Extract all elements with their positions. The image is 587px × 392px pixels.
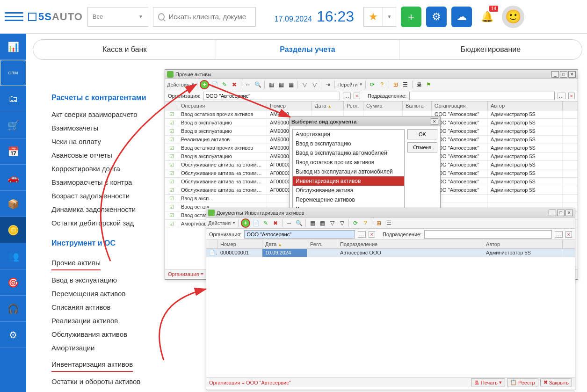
org-clear-button[interactable]: × — [354, 93, 360, 99]
close-button[interactable]: ✕ — [565, 210, 573, 216]
sidebar-target-icon[interactable]: 🎯 — [0, 269, 26, 296]
doc-type-item[interactable]: Ввод в эксплуатацию автомобилей — [293, 148, 404, 158]
dialog-close-button[interactable]: ✕ — [431, 118, 438, 125]
tab-cash[interactable]: Касса и банк — [33, 40, 216, 59]
favorites-caret[interactable]: ▼ — [383, 7, 396, 27]
funnel-icon[interactable]: ▽ — [328, 219, 336, 227]
close-button[interactable]: ✖ Закрыть — [540, 378, 572, 386]
org-input[interactable] — [203, 92, 340, 100]
user-avatar[interactable]: 🙂 — [502, 6, 524, 28]
delete-icon[interactable]: ✖ — [271, 219, 280, 227]
sidebar-inventory-icon[interactable]: 📦 — [0, 191, 26, 217]
dialog-titlebar[interactable]: Выберите вид документа ✕ — [290, 117, 440, 126]
sidebar-settings-icon[interactable]: ⚙ — [0, 322, 26, 348]
nav-item[interactable]: Остатки и обороты активов — [51, 375, 140, 388]
export-icon[interactable]: ⇥ — [324, 80, 332, 89]
filter-select[interactable]: Все▼ — [87, 7, 148, 27]
search-box[interactable] — [153, 7, 256, 27]
struct-icon[interactable]: ⊞ — [375, 219, 383, 227]
print-button[interactable]: 🖶 Печать ▾ — [471, 378, 505, 386]
goto-menu[interactable]: Перейти — [337, 82, 358, 87]
filter1-icon[interactable]: ▦ — [267, 80, 275, 89]
doc-type-item[interactable]: Вывод из эксплуатации автомобилей — [293, 167, 404, 176]
nav-item[interactable]: Инвентаризация активов — [51, 357, 133, 372]
dept-clear-button[interactable]: × — [568, 93, 575, 99]
org-picker-button[interactable]: … — [358, 231, 366, 238]
nav-item[interactable]: Перемещения активов — [51, 287, 125, 300]
funnel-off-icon[interactable]: ▽ — [338, 219, 346, 227]
actions-menu[interactable]: Действия — [208, 220, 231, 226]
nav-item[interactable]: Реализации активов — [51, 314, 118, 327]
flag-icon[interactable]: ⚑ — [425, 80, 433, 89]
nav-item[interactable]: Остатки дебиторской зад — [51, 216, 173, 230]
struct-icon[interactable]: ⊞ — [391, 80, 400, 89]
ok-button[interactable]: OK — [407, 129, 437, 139]
filter3-icon[interactable]: ▦ — [287, 80, 295, 89]
dept-input[interactable] — [409, 92, 554, 100]
nav-item[interactable]: Авансовые отчеты — [51, 148, 173, 162]
dept-clear-button[interactable]: × — [565, 231, 572, 238]
tab-budget[interactable]: Бюджетирование — [399, 40, 582, 59]
nav-item[interactable]: Амортизации — [51, 341, 95, 355]
doc-type-item[interactable]: Ввод остатков прочих активов — [293, 158, 404, 167]
print-icon[interactable]: 🖶 — [415, 80, 423, 89]
find-icon[interactable]: 🔍 — [295, 219, 303, 227]
window-titlebar[interactable]: Документы Инвентаризация активов _ □ ✕ — [206, 208, 575, 218]
search-input[interactable] — [168, 13, 250, 21]
minimize-button[interactable]: _ — [551, 71, 559, 78]
nav-item[interactable]: Корректировки долга — [51, 162, 173, 175]
tab-accounting[interactable]: Разделы учета — [216, 40, 399, 59]
toggle-icon[interactable]: ↔ — [285, 219, 293, 227]
list-icon[interactable]: ☰ — [401, 80, 410, 89]
sidebar-car-icon[interactable]: 🚗 — [0, 165, 26, 191]
help-icon[interactable]: ? — [378, 80, 386, 89]
add-doc-button[interactable]: + — [200, 80, 209, 89]
notifications-button[interactable]: 🔔14 — [477, 7, 497, 27]
dept-picker-button[interactable]: … — [555, 231, 563, 238]
nav-item[interactable]: Возраст задолженности — [51, 189, 173, 203]
funnel-off-icon[interactable]: ▽ — [310, 80, 319, 89]
org-clear-button[interactable]: × — [369, 231, 375, 238]
nav-item[interactable]: Акт сверки взаиморасчето — [51, 108, 173, 121]
nav-item[interactable]: Прочие активы — [51, 256, 101, 270]
close-button[interactable]: ✕ — [568, 71, 576, 78]
doc-type-item[interactable]: Обслуживание актива — [293, 186, 404, 195]
favorites-button[interactable]: ★ — [363, 7, 383, 27]
settings-button[interactable]: ⚙ — [426, 7, 447, 27]
help-icon[interactable]: ? — [361, 219, 370, 227]
funnel-icon[interactable]: ▽ — [300, 80, 309, 89]
maximize-button[interactable]: □ — [557, 210, 565, 216]
doc-type-item[interactable]: Амортизация — [293, 130, 404, 139]
doc-type-list[interactable]: АмортизацияВвод в эксплуатациюВвод в экс… — [292, 129, 405, 214]
nav-item[interactable]: Взаимозачеты — [51, 121, 173, 135]
sidebar-support-icon[interactable]: 🎧 — [0, 296, 26, 322]
nav-item[interactable]: Списания активов — [51, 300, 111, 314]
add-button[interactable]: ＋ — [401, 7, 421, 27]
sidebar-crm-icon[interactable]: CRM — [0, 60, 26, 86]
window-titlebar[interactable]: Прочие активы _ □ ✕ — [165, 70, 578, 79]
menu-button[interactable] — [5, 7, 23, 26]
nav-item[interactable]: Чеки на оплату — [51, 135, 173, 148]
sidebar-money-icon[interactable]: 🪙 — [0, 217, 26, 243]
org-input[interactable] — [244, 230, 355, 239]
toggle-icon[interactable]: ↔ — [244, 80, 252, 89]
doc-type-item[interactable]: Ввод в эксплуатацию — [293, 139, 404, 148]
sidebar-cart-icon[interactable]: 🛒 — [0, 112, 26, 138]
dept-picker-button[interactable]: … — [558, 93, 565, 99]
table-row[interactable]: 📄000000000110.09.2024Автосервис ОООАдмин… — [206, 249, 575, 257]
org-picker-button[interactable]: … — [343, 93, 351, 99]
cancel-button[interactable]: Отмена — [407, 142, 437, 152]
filter2-icon[interactable]: ▦ — [318, 219, 326, 227]
maximize-button[interactable]: □ — [560, 71, 567, 78]
sidebar-users-icon[interactable]: 👥 — [0, 243, 26, 269]
edit-icon[interactable]: ✎ — [220, 80, 229, 89]
add-doc-button[interactable]: + — [241, 218, 250, 228]
copy-icon[interactable]: 📄 — [210, 80, 219, 89]
doc-type-item[interactable]: Инвентаризация активов — [293, 176, 404, 186]
filter2-icon[interactable]: ▦ — [277, 80, 285, 89]
find-icon[interactable]: 🔍 — [254, 80, 262, 89]
delete-icon[interactable]: ✖ — [230, 80, 239, 89]
inventory-grid[interactable]: Номер Дата ▲ Регл. Подразделение Автор 📄… — [206, 240, 575, 377]
sidebar-calendar-icon[interactable]: 📅 — [0, 138, 26, 165]
dept-input[interactable] — [424, 230, 551, 239]
